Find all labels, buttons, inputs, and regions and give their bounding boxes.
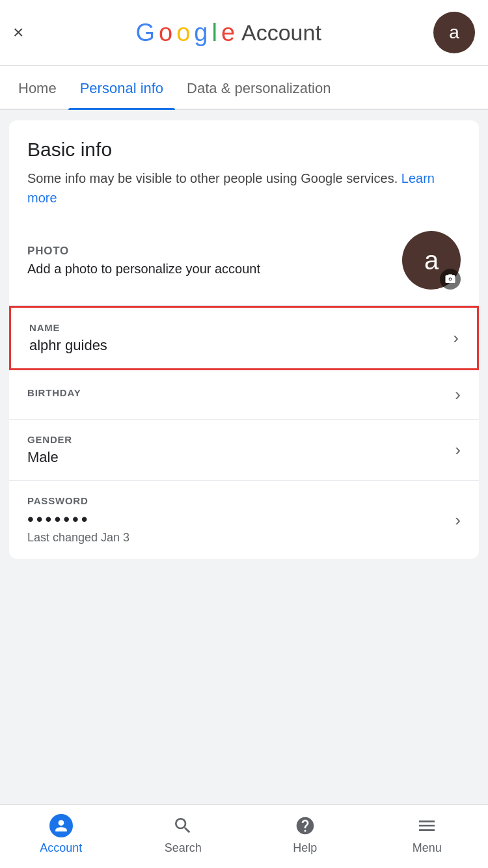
nav-item-help[interactable]: Help [273,814,338,855]
google-letter-e: e [221,19,235,47]
tab-home[interactable]: Home [7,66,68,109]
search-nav-icon [171,814,195,837]
birthday-row[interactable]: BIRTHDAY › [9,370,479,420]
menu-nav-icon [415,814,439,837]
google-letter-o2: o [176,19,190,47]
photo-info: PHOTO Add a photo to personalize your ac… [27,245,402,277]
password-chevron-icon: › [455,510,461,530]
password-sublabel: Last changed Jan 3 [27,531,446,545]
name-label: NAME [29,322,444,333]
tab-personal-info[interactable]: Personal info [68,66,175,109]
nav-item-menu[interactable]: Menu [394,814,459,855]
birthday-content: BIRTHDAY [27,387,446,402]
gender-chevron-icon: › [455,440,461,460]
google-letter-l: l [211,19,217,47]
basic-info-header: Basic info Some info may be visible to o… [9,120,479,218]
app-header: × Google Account a [0,0,488,66]
account-title: Account [241,20,321,46]
photo-description: Add a photo to personalize your account [27,262,402,277]
close-button[interactable]: × [13,23,23,42]
account-nav-icon [49,814,73,837]
password-content: PASSWORD ••••••• Last changed Jan 3 [27,495,446,545]
birthday-chevron-icon: › [455,385,461,405]
photo-avatar[interactable]: a [402,231,461,290]
bottom-navigation: Account Search Help Menu [0,804,488,868]
tab-data-personalization[interactable]: Data & personalization [175,66,342,109]
search-nav-label: Search [165,841,202,855]
basic-info-card: Basic info Some info may be visible to o… [9,120,479,559]
gender-value: Male [27,449,446,466]
camera-badge [440,269,461,290]
menu-icon [416,815,437,836]
nav-item-search[interactable]: Search [150,814,215,855]
birthday-label: BIRTHDAY [27,387,446,398]
account-nav-label: Account [40,841,82,855]
name-content: NAME alphr guides [29,322,444,354]
account-avatar-icon [49,814,73,837]
google-letter-g2: g [194,19,208,47]
help-icon [295,815,316,836]
help-nav-icon [293,814,317,837]
google-letter-g: G [135,19,155,47]
basic-info-title: Basic info [27,139,461,161]
main-content: Basic info Some info may be visible to o… [0,110,488,575]
person-icon [54,819,68,833]
google-logo: Google Account [135,19,321,47]
header-avatar[interactable]: a [433,12,475,53]
password-value: ••••••• [27,510,446,528]
password-label: PASSWORD [27,495,446,506]
name-chevron-icon: › [453,328,459,348]
name-row[interactable]: NAME alphr guides › [9,306,479,370]
camera-icon [444,273,456,285]
gender-content: GENDER Male [27,434,446,466]
search-icon [172,815,193,836]
google-letter-o1: o [159,19,172,47]
help-nav-label: Help [293,841,317,855]
basic-info-description: Some info may be visible to other people… [27,169,461,208]
nav-item-account[interactable]: Account [29,814,94,855]
gender-label: GENDER [27,434,446,445]
name-value: alphr guides [29,337,444,354]
menu-nav-label: Menu [413,841,442,855]
password-row[interactable]: PASSWORD ••••••• Last changed Jan 3 › [9,481,479,559]
photo-row[interactable]: PHOTO Add a photo to personalize your ac… [9,218,479,306]
tab-bar: Home Personal info Data & personalizatio… [0,66,488,110]
photo-label: PHOTO [27,245,402,258]
gender-row[interactable]: GENDER Male › [9,420,479,481]
